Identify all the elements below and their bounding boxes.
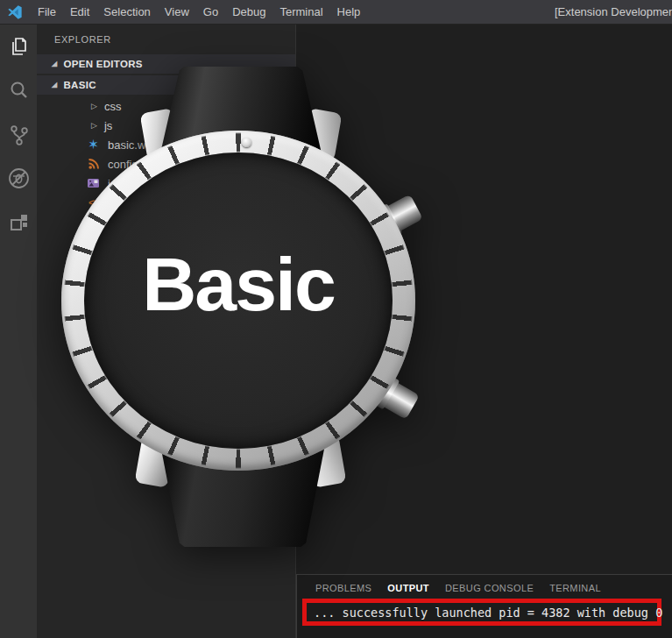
sidebar-title: EXPLORER: [37, 25, 295, 54]
menu-help[interactable]: Help: [330, 0, 368, 25]
menu-selection[interactable]: Selection: [96, 0, 157, 25]
activity-search[interactable]: [0, 68, 37, 112]
vscode-logo-icon: [7, 4, 23, 20]
output-log-line: ... successfully launched pid = 4382 wit…: [307, 606, 662, 620]
panel-tab-bar: PROBLEMS OUTPUT DEBUG CONSOLE TERMINAL: [297, 575, 672, 593]
activity-source-control[interactable]: [0, 112, 37, 156]
bottom-panel: PROBLEMS OUTPUT DEBUG CONSOLE TERMINAL .…: [296, 574, 672, 638]
menu-go[interactable]: Go: [196, 0, 225, 25]
menu-file[interactable]: File: [31, 0, 63, 25]
highlight-box: ... successfully launched pid = 4382 wit…: [302, 599, 661, 626]
menu-edit[interactable]: Edit: [63, 0, 96, 25]
wearable-emulator: Basic: [53, 61, 429, 552]
tab-debug-console[interactable]: DEBUG CONSOLE: [445, 583, 534, 593]
title-bar: File Edit Selection View Go Debug Termin…: [0, 0, 672, 25]
menu-terminal[interactable]: Terminal: [272, 0, 329, 25]
activity-debug[interactable]: [0, 156, 37, 200]
activity-explorer[interactable]: [0, 25, 37, 68]
tab-problems[interactable]: PROBLEMS: [315, 583, 371, 593]
source-control-icon: [7, 123, 30, 145]
activity-bar: [0, 25, 37, 638]
tab-terminal[interactable]: TERMINAL: [549, 583, 601, 593]
watch-screen[interactable]: Basic: [84, 152, 393, 449]
search-icon: [7, 79, 30, 102]
watch-bezel-dot: [242, 138, 251, 147]
extensions-icon: [7, 210, 30, 233]
menu-debug[interactable]: Debug: [225, 0, 272, 25]
activity-extensions[interactable]: [0, 200, 37, 244]
watch-app-title: Basic: [142, 241, 335, 328]
tab-output[interactable]: OUTPUT: [387, 583, 429, 593]
window-title: [Extension Development: [555, 0, 672, 25]
debug-icon: [7, 167, 31, 190]
explorer-icon: [7, 35, 30, 58]
menu-view[interactable]: View: [158, 0, 196, 25]
